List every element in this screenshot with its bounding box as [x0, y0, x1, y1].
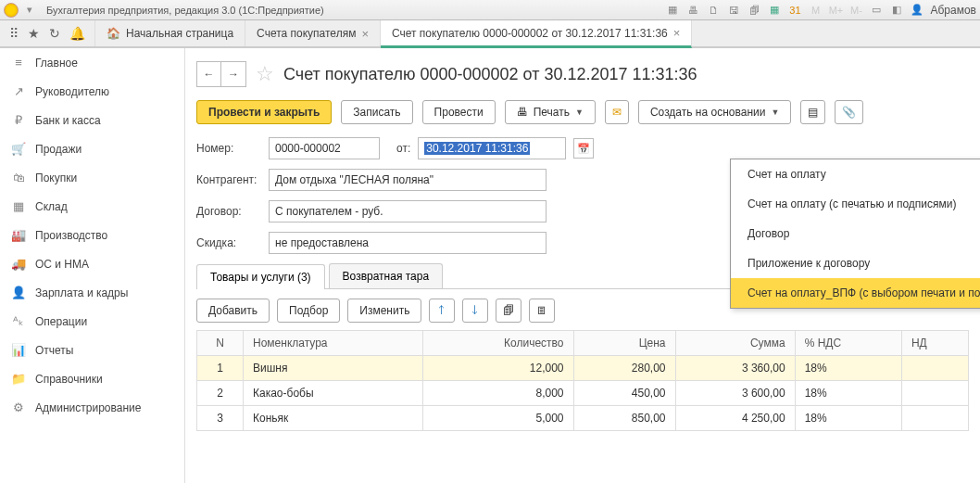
discount-label: Скидка: [196, 236, 261, 249]
print-menu-item[interactable]: Договор [731, 219, 980, 248]
sidebar-label: ОС и НМА [35, 258, 89, 271]
dropdown-icon[interactable]: ▾ [22, 3, 37, 18]
print-button[interactable]: 🖶Печать▼ [505, 100, 596, 124]
tb-panel-icon[interactable]: ◧ [889, 3, 904, 18]
change-button[interactable]: Изменить [347, 299, 421, 323]
copy-icon[interactable]: 🗐 [747, 3, 761, 18]
tb-icon-1[interactable]: ▦ [665, 3, 680, 18]
sidebar-item-bank[interactable]: ₽Банк и касса [0, 106, 184, 134]
sidebar-item-sales[interactable]: 🛒Продажи [0, 134, 184, 163]
col-vat[interactable]: % НДС [795, 331, 901, 356]
sidebar-item-manager[interactable]: ↗Руководителю [0, 77, 184, 106]
post-and-close-button[interactable]: Провести и закрыть [196, 100, 332, 124]
attach-button[interactable]: 📎 [835, 100, 863, 124]
sidebar-item-reports[interactable]: 📊Отчеты [0, 336, 184, 364]
cell: 18% [795, 356, 901, 381]
forward-button[interactable]: → [221, 62, 245, 86]
bars-icon: 📊 [11, 343, 26, 357]
sidebar-label: Покупки [35, 172, 77, 184]
mail-button[interactable]: ✉ [605, 100, 629, 124]
cell: 450,00 [573, 381, 675, 406]
tab-invoice-doc[interactable]: Счет покупателю 0000-000002 от 30.12.201… [381, 20, 692, 48]
sidebar-label: Банк и касса [35, 114, 101, 127]
save-icon[interactable]: 🖫 [726, 3, 741, 18]
col-nd[interactable]: НД [901, 331, 968, 356]
contragent-input[interactable]: Дом отдыха "ЛЕСНАЯ поляна" [269, 169, 547, 191]
sidebar-item-operations[interactable]: ᴬₖОперации [0, 307, 184, 336]
m-minus-icon[interactable]: M- [848, 3, 863, 18]
number-input[interactable]: 0000-000002 [269, 137, 380, 159]
col-nom[interactable]: Номенклатура [244, 331, 423, 356]
history-icon[interactable]: ↻ [49, 26, 60, 41]
close-icon[interactable]: × [673, 26, 681, 40]
back-button[interactable]: ← [197, 62, 221, 86]
calc-icon[interactable]: ▦ [767, 3, 782, 18]
sidebar-item-salary[interactable]: 👤Зарплата и кадры [0, 278, 184, 307]
table-row[interactable]: 1 Вишня 12,000 280,00 3 360,00 18% [197, 356, 969, 381]
bell-icon[interactable]: 🔔 [69, 26, 85, 41]
sidebar-item-purchases[interactable]: 🛍Покупки [0, 163, 184, 192]
cell: 3 360,00 [675, 356, 795, 381]
document-title: Счет покупателю 0000-000002 от 30.12.201… [283, 65, 697, 84]
sidebar-item-admin[interactable]: ⚙Администрирование [0, 393, 184, 422]
create-based-button[interactable]: Создать на основании▼ [638, 100, 791, 124]
sidebar-item-main[interactable]: ≡Главное [0, 48, 184, 77]
col-sum[interactable]: Сумма [675, 331, 795, 356]
doc-icon[interactable]: 🗋 [706, 3, 721, 18]
cell: 2 [197, 381, 244, 406]
discount-input[interactable]: не предоставлена [269, 232, 547, 254]
print-menu-item-highlighted[interactable]: Счет на оплату_ВПФ (с выбором печати и п… [731, 278, 980, 308]
close-icon[interactable]: × [361, 27, 369, 41]
move-down-button[interactable]: 🡓 [462, 299, 488, 323]
m-plus-icon[interactable]: M+ [828, 3, 843, 18]
copy-row-button[interactable]: 🗐 [496, 299, 521, 323]
col-price[interactable]: Цена [573, 331, 675, 356]
print-icon[interactable]: 🖶 [685, 3, 700, 18]
main-content: ← → ☆ Счет покупателю 0000-000002 от 30.… [185, 48, 980, 483]
tab-home[interactable]: 🏠 Начальная страница [95, 20, 245, 46]
m-icon[interactable]: M [808, 3, 823, 18]
tab-label: Товары и услуги (3) [210, 271, 311, 284]
calendar-icon[interactable]: 31 [787, 3, 802, 18]
structure-button[interactable]: ▤ [800, 100, 825, 124]
star-icon[interactable]: ★ [28, 26, 40, 41]
tab-invoices[interactable]: Счета покупателям × [245, 20, 381, 46]
btn-label: Провести [434, 106, 484, 119]
post-button[interactable]: Провести [422, 100, 496, 124]
pick-button[interactable]: Подбор [277, 299, 340, 323]
favorite-icon[interactable]: ☆ [256, 62, 274, 86]
move-up-button[interactable]: 🡑 [429, 299, 455, 323]
tb-box-icon[interactable]: ▭ [869, 3, 884, 18]
bag-icon: 🛍 [11, 171, 26, 184]
print-menu-item[interactable]: Счет на оплату [731, 159, 980, 189]
save-button[interactable]: Записать [341, 100, 412, 124]
tab-goods[interactable]: Товары и услуги (3) [196, 264, 325, 289]
table-row[interactable]: 2 Какао-бобы 8,000 450,00 3 600,00 18% [197, 381, 969, 406]
user-name[interactable]: Абрамов [930, 4, 976, 17]
btn-label: Добавить [208, 304, 258, 317]
contract-input[interactable]: С покупателем - руб. [269, 200, 547, 222]
calendar-button[interactable]: 📅 [573, 138, 594, 159]
table-row[interactable]: 3 Коньяк 5,000 850,00 4 250,00 18% [197, 406, 969, 431]
top-tabbar: ⠿ ★ ↻ 🔔 🏠 Начальная страница Счета покуп… [0, 20, 980, 48]
print-menu-item[interactable]: Приложение к договору [731, 248, 980, 278]
number-label: Номер: [196, 142, 261, 155]
sidebar-item-dirs[interactable]: 📁Справочники [0, 364, 184, 393]
paste-row-button[interactable]: 🗏 [529, 299, 555, 323]
col-qty[interactable]: Количество [422, 331, 573, 356]
cell: 18% [795, 406, 901, 431]
print-menu-item[interactable]: Счет на оплату (с печатью и подписями) [731, 189, 980, 219]
sidebar-item-warehouse[interactable]: ▦Склад [0, 192, 184, 221]
tab-home-label: Начальная страница [126, 27, 233, 40]
col-n[interactable]: N [197, 331, 244, 356]
cell [901, 406, 968, 431]
apps-icon[interactable]: ⠿ [9, 26, 19, 41]
sidebar-item-assets[interactable]: 🚚ОС и НМА [0, 249, 184, 278]
cell [901, 381, 968, 406]
person-icon: 👤 [11, 286, 26, 299]
user-icon[interactable]: 👤 [910, 3, 924, 18]
add-button[interactable]: Добавить [196, 299, 270, 323]
sidebar-item-production[interactable]: 🏭Производство [0, 221, 184, 249]
date-input[interactable]: 30.12.2017 11:31:36 [418, 137, 566, 159]
tab-returnable[interactable]: Возвратная тара [329, 263, 444, 288]
